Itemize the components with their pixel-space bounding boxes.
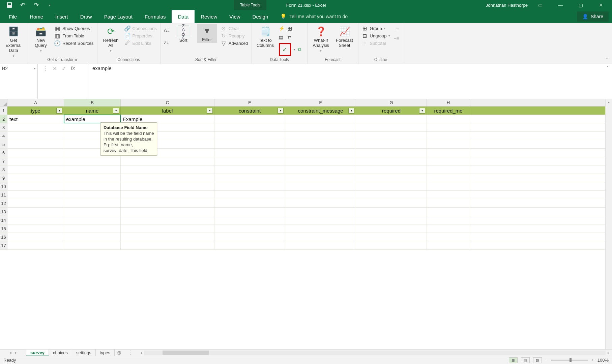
show-queries-button[interactable]: ▦Show Queries — [54, 26, 94, 31]
tab-drag-handle[interactable]: ⋮ — [124, 350, 138, 356]
cell-G9[interactable] — [356, 174, 427, 182]
group-button[interactable]: ⊞Group — [362, 26, 390, 31]
row-header-13[interactable]: 13 — [0, 208, 7, 216]
cell-H11[interactable] — [427, 191, 470, 199]
cell-H5[interactable] — [427, 140, 470, 148]
cell-C14[interactable] — [121, 216, 214, 224]
cell-F15[interactable] — [285, 224, 356, 233]
text-to-columns-button[interactable]: 🗒️ Text to Columns — [255, 24, 275, 48]
row-header-10[interactable]: 10 — [0, 182, 7, 190]
cell-F10[interactable] — [285, 182, 356, 190]
row-header-1[interactable]: 1 — [0, 107, 7, 115]
fx-icon[interactable]: fx — [71, 65, 75, 71]
tab-home[interactable]: Home — [24, 10, 49, 23]
row-header-5[interactable]: 5 — [0, 140, 7, 148]
cell-G15[interactable] — [356, 224, 427, 233]
cell-C10[interactable] — [121, 182, 214, 190]
sheet-tab-survey[interactable]: survey — [26, 350, 49, 356]
cell-F11[interactable] — [285, 191, 356, 199]
formula-menu-icon[interactable]: ⋮ — [42, 65, 48, 72]
cell-H13[interactable] — [427, 208, 470, 216]
cell-A10[interactable] — [7, 182, 64, 190]
row-header-16[interactable]: 16 — [0, 233, 7, 241]
select-all-button[interactable] — [0, 99, 7, 106]
maximize-icon[interactable]: ▢ — [573, 0, 588, 10]
cell-C9[interactable] — [121, 174, 214, 182]
cell-C17[interactable] — [121, 241, 214, 249]
cell-H4[interactable] — [427, 132, 470, 140]
cell-A9[interactable] — [7, 174, 64, 182]
filter-icon[interactable]: ▾ — [419, 108, 425, 114]
cell-F5[interactable] — [285, 140, 356, 148]
filter-button[interactable]: ▼ Filter — [197, 24, 217, 43]
col-header-F[interactable]: F — [285, 99, 356, 106]
cell-H8[interactable] — [427, 165, 470, 174]
enter-icon[interactable]: ✓ — [62, 65, 66, 72]
undo-icon[interactable] — [20, 2, 26, 8]
data-validation-button[interactable]: ✓ — [279, 43, 291, 56]
cell-H17[interactable] — [427, 241, 470, 249]
cell-F4[interactable] — [285, 132, 356, 140]
tab-data[interactable]: Data — [172, 10, 195, 23]
cell-B2[interactable]: example — [64, 115, 121, 123]
cell-H3[interactable] — [427, 123, 470, 131]
from-table-button[interactable]: ▥From Table — [54, 33, 94, 38]
cell-A4[interactable] — [7, 132, 64, 140]
cell-B8[interactable] — [64, 165, 121, 174]
sort-asc-button[interactable]: A↓ — [164, 28, 170, 34]
cell-F6[interactable] — [285, 149, 356, 157]
close-icon[interactable]: ✕ — [593, 0, 609, 10]
cell-G14[interactable] — [356, 216, 427, 224]
cell-A14[interactable] — [7, 216, 64, 224]
cell-E2[interactable] — [214, 115, 285, 123]
normal-view-button[interactable]: ▦ — [509, 357, 518, 363]
row-header-17[interactable]: 17 — [0, 241, 7, 249]
cell-F8[interactable] — [285, 165, 356, 174]
get-external-data-button[interactable]: 🗄️ Get External Data — [3, 24, 24, 59]
cell-E10[interactable] — [214, 182, 285, 190]
cell-E15[interactable] — [214, 224, 285, 233]
filter-icon[interactable]: ▾ — [348, 108, 354, 114]
page-layout-view-button[interactable]: ▤ — [521, 357, 530, 363]
name-box-dropdown-icon[interactable]: ▾ — [34, 67, 35, 70]
share-button[interactable]: 👤 Share — [577, 11, 609, 22]
formula-expand-icon[interactable]: ˅ — [607, 65, 609, 70]
cell-E3[interactable] — [214, 123, 285, 131]
cell-A7[interactable] — [7, 157, 64, 165]
relationships-icon[interactable]: ⇄ — [288, 34, 294, 40]
remove-duplicates-icon[interactable]: ▤ — [279, 34, 285, 40]
cell-B14[interactable] — [64, 216, 121, 224]
row-header-2[interactable]: 2 — [0, 115, 7, 123]
new-sheet-button[interactable]: ⊕ — [115, 350, 124, 356]
collapse-ribbon-icon[interactable]: ˄ — [606, 58, 608, 62]
zoom-slider[interactable] — [551, 360, 588, 361]
filter-icon[interactable]: ▾ — [278, 108, 284, 114]
row-header-11[interactable]: 11 — [0, 191, 7, 199]
forecast-sheet-button[interactable]: 📈 Forecast Sheet — [334, 24, 355, 48]
name-box[interactable]: B2 ▾ — [0, 64, 37, 73]
cell-F13[interactable] — [285, 208, 356, 216]
cell-C16[interactable] — [121, 233, 214, 241]
cell-B12[interactable] — [64, 199, 121, 207]
cell-B16[interactable] — [64, 233, 121, 241]
tab-design[interactable]: Design — [246, 10, 274, 23]
cell-C15[interactable] — [121, 224, 214, 233]
cell-F12[interactable] — [285, 199, 356, 207]
cell-C12[interactable] — [121, 199, 214, 207]
tell-me-input[interactable]: 💡 Tell me what you want to do — [280, 10, 348, 23]
cell-B15[interactable] — [64, 224, 121, 233]
cell-A6[interactable] — [7, 149, 64, 157]
vertical-scrollbar[interactable]: ▴ — [605, 99, 612, 349]
zoom-level[interactable]: 100% — [598, 358, 609, 363]
sheet-tab-types[interactable]: types — [96, 350, 115, 356]
filter-icon[interactable]: ▾ — [113, 108, 119, 114]
tab-page-layout[interactable]: Page Layout — [98, 10, 139, 23]
tab-formulas[interactable]: Formulas — [139, 10, 172, 23]
cell-G2[interactable] — [356, 115, 427, 123]
cell-F3[interactable] — [285, 123, 356, 131]
cell-G10[interactable] — [356, 182, 427, 190]
ribbon-display-icon[interactable]: ▭ — [532, 0, 548, 10]
cell-E8[interactable] — [214, 165, 285, 174]
ungroup-button[interactable]: ⊟Ungroup — [362, 33, 390, 38]
page-break-view-button[interactable]: ▧ — [533, 357, 542, 363]
